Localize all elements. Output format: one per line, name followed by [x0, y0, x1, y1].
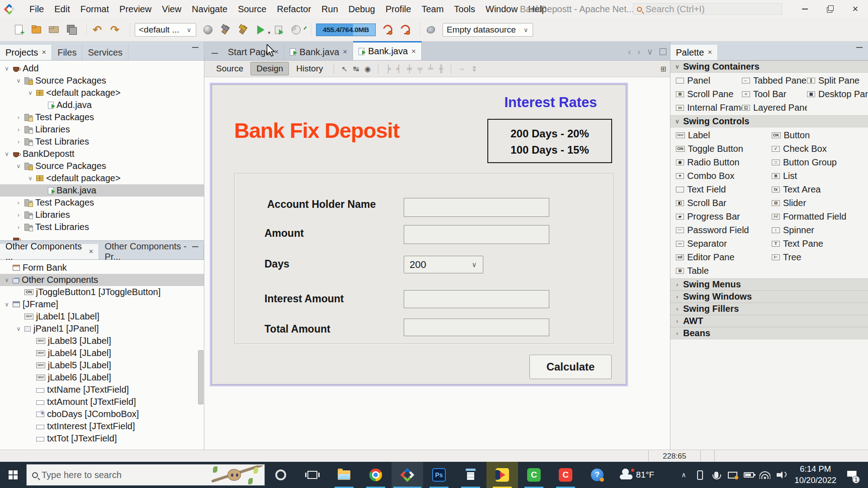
taskbar-app-weather-icon[interactable]: 81°F: [613, 462, 660, 488]
close-tab-icon[interactable]: ×: [708, 48, 712, 57]
datasource-select[interactable]: Empty datasource ∨: [443, 23, 533, 37]
collapse-icon[interactable]: ∨: [15, 163, 22, 169]
close-button[interactable]: ×: [843, 0, 868, 18]
palette-item-panel[interactable]: Panel: [676, 74, 742, 87]
account-holder-name-label[interactable]: Account Holder Name: [267, 198, 376, 211]
palette-section-swing-fillers[interactable]: ›Swing Fillers: [670, 303, 868, 315]
collapse-icon[interactable]: ∨: [4, 277, 10, 283]
palette-section-swing-containers[interactable]: ∨Swing Containers: [670, 61, 868, 73]
view-button-source[interactable]: Source: [211, 62, 249, 75]
taskbar-app-netbeans-icon[interactable]: [392, 462, 423, 488]
taskbar-app-camtasia-icon[interactable]: C: [518, 462, 550, 488]
collapse-icon[interactable]: ∨: [27, 175, 33, 182]
palette-section-swing-menus[interactable]: ›Swing Menus: [670, 278, 868, 291]
menu-profile[interactable]: Profile: [386, 4, 411, 14]
tree-item-default-package[interactable]: ∨<default package>: [0, 87, 204, 99]
palette-item-button-group[interactable]: ::Button Group: [772, 155, 868, 169]
tree-item-txtname-jtextfield[interactable]: txtName [JTextField]: [0, 384, 204, 396]
palette-item-text-pane[interactable]: TText Pane: [772, 237, 868, 250]
tree-item-jlabel6-jlabel[interactable]: labeljLabel6 [JLabel]: [0, 371, 204, 384]
palette-item-slider[interactable]: ⊟Slider: [772, 196, 868, 210]
collapse-icon[interactable]: ∨: [4, 65, 10, 72]
tab-files[interactable]: Files: [52, 45, 82, 60]
start-button[interactable]: [0, 462, 26, 488]
palette-section-swing-windows[interactable]: ›Swing Windows: [670, 291, 868, 303]
palette-section-swing-controls[interactable]: ∨Swing Controls: [670, 115, 868, 127]
view-button-design[interactable]: Design: [250, 62, 289, 75]
tab-other-components[interactable]: Other Components ...×: [0, 244, 99, 259]
palette-item-editor-pane[interactable]: edEditor Pane: [676, 250, 772, 264]
close-tab-icon[interactable]: ×: [42, 48, 46, 57]
scroll-tabs-right-icon[interactable]: ›: [637, 47, 641, 57]
days-label[interactable]: Days: [264, 258, 289, 270]
amount-field[interactable]: [404, 225, 549, 244]
tree-item-libraries[interactable]: ›Libraries: [0, 209, 204, 221]
expand-icon[interactable]: ›: [15, 114, 22, 121]
tree-item-test-libraries[interactable]: ›Test Libraries: [0, 221, 204, 233]
maximize-editor-icon[interactable]: [660, 48, 666, 55]
tray-wifi-icon[interactable]: [757, 462, 773, 488]
minimize-panel-icon[interactable]: [856, 47, 863, 48]
palette-item-layered-pane[interactable]: ◱Layered Pane: [742, 101, 807, 114]
tab-projects[interactable]: Projects×: [0, 45, 52, 60]
interest-amount-label[interactable]: Interest Amount: [264, 293, 344, 305]
open-project-button[interactable]: [48, 24, 60, 36]
align-right-icon[interactable]: ╡: [395, 65, 403, 73]
expand-icon[interactable]: ›: [674, 318, 680, 324]
tree-item-jlabel3-jlabel[interactable]: labeljLabel3 [JLabel]: [0, 335, 204, 347]
interest-amount-field[interactable]: [404, 290, 549, 308]
palette-item-combo-box[interactable]: ▾Combo Box: [676, 169, 772, 183]
expand-icon[interactable]: ›: [15, 199, 22, 206]
collapse-icon[interactable]: ∨: [15, 325, 22, 332]
menu-preview[interactable]: Preview: [119, 4, 151, 14]
tray-cast-screen-icon[interactable]: [725, 462, 740, 488]
form-designer[interactable]: Interest Rates Bank Fix Deposit 200 Days…: [210, 83, 628, 386]
align-top-icon[interactable]: ╤: [415, 65, 424, 73]
menu-refactor[interactable]: Refactor: [277, 4, 311, 14]
collapse-icon[interactable]: ∨: [27, 89, 33, 96]
expand-icon[interactable]: ›: [15, 211, 22, 218]
palette-item-text-area[interactable]: txText Area: [772, 183, 868, 196]
view-button-history[interactable]: History: [291, 62, 328, 75]
total-amount-label[interactable]: Total Amount: [264, 323, 330, 335]
new-file-button[interactable]: [13, 24, 24, 36]
collapse-icon[interactable]: ∨: [674, 63, 680, 70]
tree-item-test-packages[interactable]: ›Test Packages: [0, 197, 204, 209]
redo-button[interactable]: ↷: [109, 24, 121, 36]
expand-icon[interactable]: ›: [674, 293, 680, 300]
tree-item-other-components[interactable]: ∨Other Components: [0, 274, 204, 286]
menu-file[interactable]: File: [29, 4, 44, 14]
garbage-collect-profile-button[interactable]: [399, 24, 411, 36]
palette-item-tree[interactable]: ⊢Tree: [772, 250, 868, 264]
palette-item-radio-button[interactable]: ◉Radio Button: [676, 155, 772, 169]
tree-item-jlabel5-jlabel[interactable]: labeljLabel5 [JLabel]: [0, 359, 204, 371]
palette-item-internal-frame[interactable]: ▭Internal Frame: [676, 101, 742, 114]
palette-item-text-field[interactable]: Text Field: [676, 183, 772, 196]
palette-item-scroll-pane[interactable]: ⊞Scroll Pane: [676, 87, 742, 101]
minimize-panel-icon[interactable]: [192, 47, 198, 48]
configuration-select[interactable]: <default ... ∨: [135, 23, 196, 37]
new-project-button[interactable]: [30, 24, 42, 36]
garbage-collect-button[interactable]: [382, 24, 393, 36]
restore-button[interactable]: [817, 0, 843, 18]
form-title-label[interactable]: Bank Fix Deposit: [234, 118, 399, 143]
palette-item-formatted-field[interactable]: /-/Formatted Field: [772, 210, 868, 223]
tree-item-default-package[interactable]: ∨<default package>: [0, 172, 204, 184]
save-all-button[interactable]: [66, 24, 77, 36]
palette-section-beans[interactable]: ›Beans: [670, 327, 868, 339]
taskbar-search-input[interactable]: Type here to search: [26, 464, 265, 486]
palette-item-scroll-bar[interactable]: ◧Scroll Bar: [676, 196, 772, 210]
tree-item-source-packages[interactable]: ∨Source Packages: [0, 160, 204, 172]
menu-tools[interactable]: Tools: [454, 4, 475, 14]
editor-tab-bank-java[interactable]: Bank.java×: [353, 41, 422, 60]
collapse-icon[interactable]: ∨: [674, 118, 680, 125]
undo-button[interactable]: ↶: [91, 24, 103, 36]
tree-item-txttot-jtextfield[interactable]: txtTot [JTextField]: [0, 432, 204, 445]
notification-center-button[interactable]: 1: [842, 462, 862, 488]
tree-item-form-bank[interactable]: Form Bank: [0, 262, 204, 274]
menu-source[interactable]: Source: [238, 4, 266, 14]
palette-item-separator[interactable]: —Separator: [676, 237, 772, 250]
editor-tab-start-page[interactable]: Start Page×: [222, 44, 284, 60]
close-tab-icon[interactable]: ×: [89, 247, 93, 256]
palette-item-list[interactable]: ≣List: [772, 169, 868, 183]
